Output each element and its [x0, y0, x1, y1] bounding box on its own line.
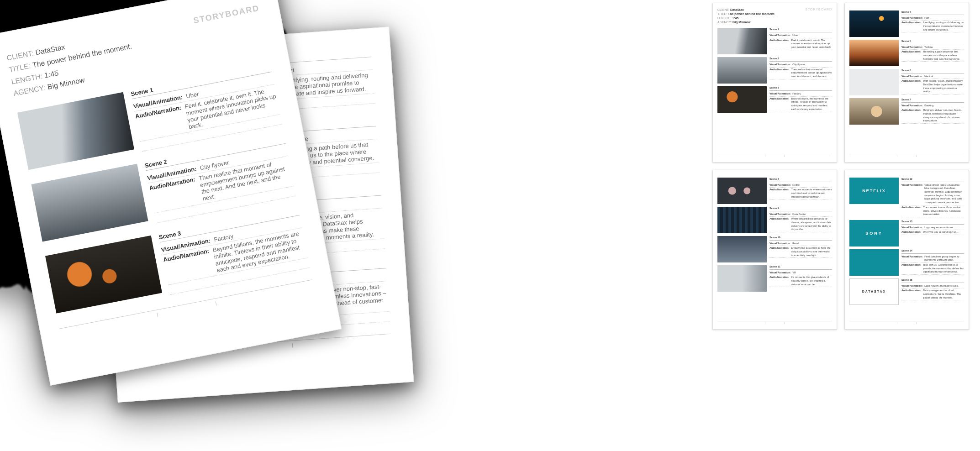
scene-heading: Scene 8	[769, 178, 832, 182]
thumb-netflix: NETFLIX	[849, 178, 899, 204]
thumb-factory	[45, 235, 162, 313]
mini-scene: Scene 6 Visual/Animation:Medical Audio/N…	[849, 69, 964, 95]
thumb-city	[31, 163, 148, 241]
scene-heading: Scene 12	[901, 178, 964, 182]
scene-heading: Scene 2	[769, 57, 832, 62]
scene-heading: Scene 7	[243, 260, 386, 278]
scene-desc: Scene 14 Visual/Animation:Final dots/lin…	[901, 249, 964, 276]
scene-heading: Scene 6	[901, 69, 964, 73]
mini-scene: Scene 8 Visual/Animation:Netflix Audio/N…	[717, 178, 832, 204]
doctype-label: STORYBOARD	[805, 8, 832, 24]
scene-heading: Scene 3	[158, 207, 300, 242]
scene: Scene 3 Visual/Animation:Factory Audio/N…	[45, 207, 310, 317]
thumb-city	[717, 57, 767, 84]
scene-desc: Scene 1 Visual/Animation:Uber Audio/Narr…	[130, 63, 282, 152]
scene-desc: Scene 1 Visual/Animation:Uber Audio/Narr…	[769, 28, 832, 54]
scene-desc: Scene 7 Visual/Animation:Banking Audio/N…	[901, 98, 964, 125]
thumb-turbine	[849, 40, 899, 66]
scene-heading: Scene 3	[769, 86, 832, 91]
mini-scene: NETFLIX Scene 12 Visual/Animation:Video …	[849, 178, 964, 217]
thumb-uber	[17, 92, 134, 170]
thumb-port	[849, 10, 899, 37]
mini-scene: Scene 10 Visual/Animation:Retail Audio/N…	[717, 236, 832, 262]
thumb-port	[114, 59, 226, 125]
scene: Scene 5 Visual/Animation:Turbine Audio/N…	[119, 118, 380, 194]
mini-scene: Scene 1 Visual/Animation:Uber Audio/Narr…	[717, 28, 832, 54]
mini-sheet-3: Scene 8 Visual/Animation:Netflix Audio/N…	[712, 170, 837, 330]
mini-sheet-1: CLIENT: DataStax TITLE: The power behind…	[712, 3, 837, 163]
scene: Scene 7 Visual/Animation:Banking Audio/N…	[129, 260, 390, 340]
scene-desc: Scene 3 Visual/Animation:Factory Audio/N…	[769, 86, 832, 113]
storyboard-sheet-back: Scene 4 Visual/Animation:Port Audio/Narr…	[93, 26, 414, 402]
scene-desc: Scene 4 Visual/Animation:Port Audio/Narr…	[901, 10, 964, 37]
scene-desc: Scene 9 Visual/Animation:Data Center Aud…	[769, 207, 832, 233]
scene-heading: Scene 10	[769, 236, 832, 241]
thumb-turbine	[119, 128, 230, 194]
thumb-vr	[717, 265, 767, 292]
mini-header: CLIENT: DataStax TITLE: The power behind…	[717, 8, 832, 24]
thumb-bank	[849, 98, 899, 125]
thumb-blank	[849, 249, 899, 276]
scene-desc: Scene 10 Visual/Animation:Retail Audio/N…	[769, 236, 832, 262]
scene-heading: Scene 5	[901, 40, 964, 44]
thumb-medical	[849, 69, 899, 95]
thumb-uber	[717, 28, 767, 54]
scene-desc: Scene 6 Visual/Animation:Medical Audio/N…	[238, 187, 385, 258]
scene-desc: Scene 7 Visual/Animation:Banking Audio/N…	[243, 260, 390, 331]
scene-heading: Scene 11	[769, 265, 832, 270]
scene-heading: Scene 2	[144, 135, 286, 171]
scene-heading: Scene 9	[769, 207, 832, 211]
thumb-bank	[129, 270, 240, 336]
mini-scene: Scene 5 Visual/Animation:Turbine Audio/N…	[849, 40, 964, 66]
scene-heading: Scene 4	[229, 48, 372, 67]
scene-desc: Scene 5 Visual/Animation:Turbine Audio/N…	[234, 118, 380, 186]
storyboard-sheet-front: CLIENT: DataStax TITLE: The power behind…	[0, 0, 342, 386]
mini-scene: SONY Scene 13 Visual/Animation:Logo sequ…	[849, 220, 964, 246]
scene-desc: Scene 4 Visual/Animation:Port Audio/Narr…	[229, 48, 375, 116]
thumb-medical	[124, 197, 235, 263]
scene-desc: Scene 8 Visual/Animation:Netflix Audio/N…	[769, 178, 832, 204]
mini-scene: Scene 11 Visual/Animation:VR Audio/Narra…	[717, 265, 832, 292]
scene-desc: Scene 12 Visual/Animation:Video screen f…	[901, 178, 964, 217]
header: CLIENT: DataStax TITLE: The power behind…	[5, 4, 268, 100]
thumb-factory	[717, 86, 767, 113]
scene-heading: Scene 6	[238, 187, 381, 205]
scene-desc: Scene 2 Visual/Animation:City flyover Au…	[769, 57, 832, 84]
scene-heading: Scene 7	[901, 98, 964, 103]
mini-scene: Scene 14 Visual/Animation:Final dots/lin…	[849, 249, 964, 276]
scene-desc: Scene 11 Visual/Animation:VR Audio/Narra…	[769, 265, 832, 292]
scene-heading: Scene 4	[901, 10, 964, 15]
mini-scene: Scene 3 Visual/Animation:Factory Audio/N…	[717, 86, 832, 113]
ink-blob	[0, 0, 269, 242]
mini-scene: Scene 7 Visual/Animation:Banking Audio/N…	[849, 98, 964, 125]
mini-scene: Scene 9 Visual/Animation:Data Center Aud…	[717, 207, 832, 233]
scene-heading: Scene 5	[234, 118, 377, 136]
scene: Scene 6 Visual/Animation:Medical Audio/N…	[124, 187, 385, 267]
scene-desc: Scene 6 Visual/Animation:Medical Audio/N…	[901, 69, 964, 95]
scene-desc: Scene 5 Visual/Animation:Turbine Audio/N…	[901, 40, 964, 66]
scene-heading: Scene 15	[901, 278, 964, 283]
scene-heading: Scene 1	[769, 28, 832, 32]
scene-heading: Scene 13	[901, 220, 964, 225]
scene-heading: Scene 1	[130, 63, 272, 99]
scene: Scene 1 Visual/Animation:Uber Audio/Narr…	[17, 63, 282, 173]
doctype-label: STORYBOARD	[193, 4, 268, 64]
mini-sheets-grid: CLIENT: DataStax TITLE: The power behind…	[712, 3, 969, 330]
thumb-retail	[717, 236, 767, 262]
thumb-dc	[717, 207, 767, 233]
scene-desc: Scene 13 Visual/Animation:Logo sequence …	[901, 220, 964, 246]
scene-desc: Scene 2 Visual/Animation:City flyover Au…	[144, 135, 296, 223]
mini-scene: Scene 2 Visual/Animation:City flyover Au…	[717, 57, 832, 84]
scene-desc: Scene 3 Visual/Animation:Factory Audio/N…	[158, 207, 310, 295]
mini-scene: DATASTAX Scene 15 Visual/Animation:Logo …	[849, 278, 964, 305]
thumb-sony: SONY	[849, 220, 899, 246]
thumb-netflix-people	[717, 178, 767, 204]
scene-desc: Scene 15 Visual/Animation:Logo resolve a…	[901, 278, 964, 305]
scene: Scene 2 Visual/Animation:City flyover Au…	[31, 135, 296, 245]
mini-sheet-2: Scene 4 Visual/Animation:Port Audio/Narr…	[844, 3, 969, 163]
thumb-datastax: DATASTAX	[849, 278, 899, 305]
scene-heading: Scene 14	[901, 249, 964, 254]
mini-scene: Scene 4 Visual/Animation:Port Audio/Narr…	[849, 10, 964, 37]
stacked-sheets: Scene 4 Visual/Animation:Port Audio/Narr…	[0, 0, 457, 451]
scene: Scene 4 Visual/Animation:Port Audio/Narr…	[114, 48, 375, 125]
